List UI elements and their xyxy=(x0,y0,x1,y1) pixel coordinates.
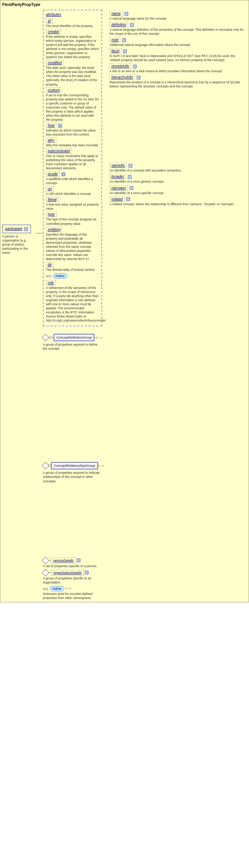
attr-custom-name: custom xyxy=(46,87,61,93)
elem-same-as-desc: An identifier of a concept with equivale… xyxy=(110,169,247,173)
concept-def-multiplicity: 0...∞ xyxy=(96,336,102,339)
person-details-desc: A set of properties specific to a person… xyxy=(43,564,100,568)
elem-note-desc: Additional natural language information … xyxy=(110,43,247,47)
attr-pubconstraint-name: pubconstraint xyxy=(46,148,72,154)
elem-broader: broader E An identifier of a more generi… xyxy=(110,174,247,184)
elem-note: note E Additional natural language infor… xyxy=(110,37,247,47)
diagram-container: FlextPartyPropType participant E A perso… xyxy=(0,0,249,602)
elem-narrower-badge: E xyxy=(129,186,134,190)
elem-hierarchy-info-desc: Represents the position of a concept in … xyxy=(110,80,247,89)
diagram-title: FlextPartyPropType xyxy=(2,2,247,7)
attr-role-desc: A refinement of the semantics of the pro… xyxy=(46,286,99,323)
elem-narrower: narrower E An identifier of a more speci… xyxy=(110,185,247,195)
elem-same-as-label: sameAs xyxy=(110,163,127,168)
elem-definition-badge: E xyxy=(130,23,134,27)
attr-id-desc: The local identifier of the property. xyxy=(46,24,99,28)
attr-custom: custom If set to true the corresponding … xyxy=(46,87,99,122)
concept-relationships-group-desc: A group of properties required to indica… xyxy=(43,471,100,483)
concept-definition-group-name: ConceptDefinitionGroup xyxy=(56,336,92,339)
attr-pubconstraint: pubconstraint One or many constraints th… xyxy=(46,148,99,170)
attr-uri-desc: A URI which identifies a concept. xyxy=(46,192,99,196)
elem-remote-info: remoteInfo E A link to an item or a web … xyxy=(110,63,247,73)
attr-id-name: id xyxy=(46,18,53,24)
any-other-ext-pill: #other xyxy=(50,586,65,591)
elem-facet-badge: E xyxy=(123,49,127,53)
attr-uri-name: uri xyxy=(46,186,54,192)
elem-related-label: related xyxy=(110,196,125,202)
attr-why-desc: Why the metadata has been included. xyxy=(46,143,99,147)
attributes-list: id The local identifier of the property.… xyxy=(46,18,99,323)
attr-role: role A refinement of the semantics of th… xyxy=(46,280,99,323)
attr-how-badge: ? xyxy=(58,124,62,128)
attr-literal: literal A free-text value assigned as pr… xyxy=(46,197,99,211)
concept-relationships-group-name: ConceptRelationshipsGroup xyxy=(54,464,95,468)
any-other-ext-label: any xyxy=(43,587,48,591)
organisation-details-name: organisationDetails xyxy=(53,571,82,575)
attr-qcode-desc: A qualified code which identifies a conc… xyxy=(46,177,99,185)
participant-desc: A person or organisation (e.g. group of … xyxy=(2,235,34,255)
concept-def-elements: name E A natural language name for the c… xyxy=(110,11,247,89)
elem-facet-label: facet xyxy=(110,48,121,54)
elem-broader-label: broader xyxy=(110,174,126,179)
elem-name-label: name xyxy=(110,11,122,16)
attr-creator: creator If the attribute is empty, speci… xyxy=(46,29,99,59)
concept-definition-group-desc: A group of properties required to define… xyxy=(43,343,100,351)
attr-qcode-badge: ? xyxy=(61,172,65,176)
attr-type: type The type of the concept assigned as… xyxy=(46,212,99,226)
person-details-badge: E xyxy=(77,558,81,562)
attr-type-name: type xyxy=(46,212,57,217)
participant-label: participant xyxy=(5,227,22,231)
attr-modified-name: modified xyxy=(46,60,64,66)
elem-narrower-desc: An identifier of a more specific concept… xyxy=(110,191,247,195)
elem-remote-info-badge: E xyxy=(133,64,137,69)
attr-why: why Why the metadata has been included. xyxy=(46,137,99,147)
elem-name-desc: A natural language name for the concept. xyxy=(110,17,247,21)
elem-related: related E A related concept, where the r… xyxy=(110,196,247,206)
elem-hierarchy-info: hierarchyInfo E Represents the position … xyxy=(110,74,247,89)
attr-any-label: any xyxy=(46,274,51,278)
attr-modified: modified The date (and, optionally, the … xyxy=(46,60,99,86)
attributes-section: attributes id The local identifier of th… xyxy=(43,10,102,326)
attr-dir: dir The directionality of textual conten… xyxy=(46,262,99,272)
attr-why-name: why xyxy=(46,137,56,143)
attr-pubconstraint-desc: One or many constraints that apply to pu… xyxy=(46,154,99,170)
elem-note-label: note xyxy=(110,37,120,43)
elem-hierarchy-info-badge: E xyxy=(137,76,141,80)
attr-role-name: role xyxy=(46,280,56,286)
elem-name-badge: E xyxy=(124,12,128,16)
attributes-label: attributes xyxy=(46,13,99,17)
elem-hierarchy-info-label: hierarchyInfo xyxy=(110,74,135,80)
attr-xmllang: xmllang Specifies the language of this p… xyxy=(46,227,99,261)
concept-relationships-group-box: ConceptRelationshipsGroup xyxy=(51,462,98,469)
elem-definition-desc: A natural language definition of the sem… xyxy=(110,28,247,36)
attr-literal-name: literal xyxy=(46,197,58,202)
attr-how-desc: Indicates by which means the value was e… xyxy=(46,129,99,137)
attr-xmllang-desc: Specifies the language of this property … xyxy=(46,233,99,261)
attr-other-pill: #other xyxy=(53,273,68,279)
attr-how-name: how xyxy=(46,123,56,128)
any-other-ext-multiplicity: 0..∞ xyxy=(66,587,71,590)
concept-rel-elements: sameAs E An identifier of a concept with… xyxy=(110,163,247,206)
participant-type-badge: E xyxy=(24,227,28,231)
organisation-details-box: organisationDetails xyxy=(51,570,84,576)
attr-creator-desc: If the attribute is empty, specifies whi… xyxy=(46,35,99,59)
attr-any-other: any #other xyxy=(46,273,99,279)
attr-dir-name: dir xyxy=(46,262,54,267)
elem-same-as: sameAs E An identifier of a concept with… xyxy=(110,163,247,173)
attr-id: id The local identifier of the property. xyxy=(46,18,99,28)
attr-creator-name: creator xyxy=(46,29,61,34)
elem-related-desc: A related concept, where the relationshi… xyxy=(110,202,247,206)
person-details-name: personDetails xyxy=(53,559,74,562)
elem-remote-info-desc: A link to an item or a web resource whic… xyxy=(110,69,247,73)
attr-how: how ? Indicates by which means the value… xyxy=(46,123,99,137)
attr-qcode: qcode ? A qualified code which identifie… xyxy=(46,171,99,185)
organisation-details-badge: E xyxy=(85,571,89,575)
elem-remote-info-label: remoteInfo xyxy=(110,63,131,69)
elem-facet: facet E In NAR 1.8 and later, facet is d… xyxy=(110,48,247,62)
elem-narrower-label: narrower xyxy=(110,185,128,191)
organisation-details-desc: A group of properties specific to an org… xyxy=(43,576,100,585)
any-other-ext-desc: Extension point for provider-defined pro… xyxy=(43,592,100,600)
elem-name: name E A natural language name for the c… xyxy=(110,11,247,21)
elem-broader-badge: E xyxy=(128,175,132,179)
elem-broader-desc: An identifier of a more generic concept. xyxy=(110,180,247,184)
